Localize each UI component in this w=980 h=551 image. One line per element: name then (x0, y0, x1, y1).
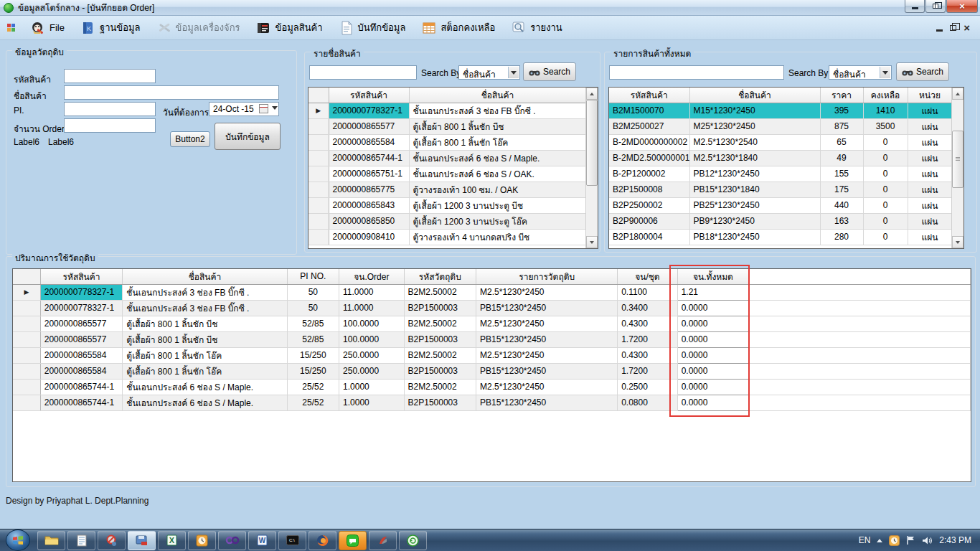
cell-mat_code[interactable]: B2P1500003 (404, 331, 476, 347)
cell-unit[interactable]: แผ่น (908, 103, 951, 118)
cell-stock[interactable]: 3500 (863, 118, 908, 134)
cell-pi[interactable]: 50 (287, 284, 339, 300)
cell-per_unit[interactable]: 0.0800 (618, 395, 677, 410)
cell-name[interactable]: ตู้เสื้อผ้า 800 1 ลิ้นชัก บีช (123, 331, 287, 347)
tray-clock-icon[interactable] (889, 535, 900, 546)
button2[interactable]: Button2 (170, 131, 210, 147)
row-selector[interactable] (13, 363, 40, 379)
row-selector[interactable] (308, 118, 329, 134)
cell-code[interactable]: 2000000865751-1 (329, 166, 409, 182)
current-row-arrow-icon[interactable]: ▶ (308, 103, 329, 118)
scrollbar[interactable] (585, 88, 598, 248)
cell-code[interactable]: 2000000865775 (329, 182, 409, 197)
restore-button[interactable] (925, 0, 946, 13)
table-row[interactable]: B2P2500002PB25*1230*24504400แผ่น (609, 197, 951, 213)
cell-name[interactable]: PB9*1230*2450 (689, 213, 820, 229)
table-row[interactable]: 2000000865577ตู้เสื้อผ้า 800 1 ลิ้นชัก บ… (308, 118, 585, 134)
table-row[interactable]: 2000000865775ตู้วางรองเท้า 100 ซม. / OAK (308, 182, 585, 197)
cell-price[interactable]: 49 (820, 150, 863, 166)
row-selector[interactable] (13, 300, 40, 316)
cell-code[interactable]: 2000000865744-1 (40, 395, 123, 410)
cell-unit[interactable]: แผ่น (908, 150, 951, 166)
cell-unit[interactable]: แผ่น (908, 229, 951, 245)
cell-code[interactable]: B2M1500070 (609, 103, 689, 118)
row-selector[interactable] (308, 197, 329, 213)
cell-total[interactable]: 0.0000 (677, 363, 749, 379)
cell-order[interactable]: 250.0000 (339, 363, 405, 379)
mdi-minimize-icon[interactable] (936, 29, 943, 32)
table-row[interactable]: 2000000908410ตู้วางรองเท้า 4 บานกดสปริง … (308, 229, 585, 245)
cell-pi[interactable]: 25/52 (287, 379, 339, 395)
cell-name[interactable]: ชั้นเอนกประสงค์ 6 ช่อง S / OAK. (409, 166, 585, 182)
row-selector[interactable] (308, 182, 329, 197)
cell-name[interactable]: ชั้นเอนกประสงค์ 3 ช่อง FB บิ๊กซี . (123, 284, 287, 300)
row-selector[interactable] (13, 347, 40, 363)
cell-mat_name[interactable]: M2.5*1230*2450 (476, 347, 618, 363)
cell-price[interactable]: 280 (820, 229, 863, 245)
cell-unit[interactable]: แผ่น (908, 118, 951, 134)
cell-total[interactable]: 1.21 (677, 284, 749, 300)
cell-pi[interactable]: 15/250 (287, 347, 339, 363)
column-header[interactable]: จน.ทั้งหมด (677, 269, 749, 284)
taskbar-button-setup-app[interactable] (128, 531, 156, 550)
cell-code[interactable]: 2000000865577 (40, 316, 123, 331)
table-row[interactable]: B-2MD0000000002M2.5*1230*2540650แผ่น (609, 134, 951, 150)
cell-name[interactable]: M25*1230*2450 (689, 118, 820, 134)
cell-name[interactable]: ชั้นเอนกประสงค์ 6 ช่อง S / Maple. (409, 150, 585, 166)
cell-code[interactable]: B2M2500027 (609, 118, 689, 134)
cell-name[interactable]: PB15*1230*1840 (689, 182, 820, 197)
toolbar-item-stock[interactable]: สต็อกคงเหลือ (418, 18, 498, 38)
table-row[interactable]: B-2MD2.500000001M2.5*1230*1840490แผ่น (609, 150, 951, 166)
cell-code[interactable]: 2000000865843 (329, 197, 409, 213)
taskbar-button-command-prompt[interactable]: C:\ (278, 531, 306, 550)
cell-order[interactable]: 1.0000 (339, 379, 405, 395)
cell-mat_name[interactable]: PB15*1230*2450 (476, 395, 618, 410)
taskbar-button-windows-explorer[interactable] (37, 531, 65, 550)
cell-per_unit[interactable]: 1.7200 (618, 363, 677, 379)
table-row[interactable]: 2000000865577ตู้เสื้อผ้า 800 1 ลิ้นชัก บ… (13, 316, 971, 331)
chevron-down-icon[interactable] (272, 106, 278, 110)
table-row[interactable]: ▶2000000778327-1ชั้นเอนกประสงค์ 3 ช่อง F… (308, 103, 585, 118)
column-header[interactable]: รหัสสินค้า (329, 88, 409, 103)
column-header[interactable]: รหัสวัตถุดิบ (404, 269, 476, 284)
cell-pi[interactable]: 15/250 (287, 363, 339, 379)
show-hidden-icons-icon[interactable] (877, 539, 882, 542)
cell-code[interactable]: 2000000865584 (329, 134, 409, 150)
table-row[interactable]: B2M2500027M25*1230*24508753500แผ่น (609, 118, 951, 134)
row-selector[interactable] (13, 379, 40, 395)
cell-unit[interactable]: แผ่น (908, 213, 951, 229)
cell-name[interactable]: ชั้นเอนกประสงค์ 3 ช่อง FB บิ๊กซี . (409, 103, 585, 118)
cell-code[interactable]: B2P1800004 (609, 229, 689, 245)
search-button[interactable]: Search (523, 62, 576, 81)
cell-unit[interactable]: แผ่น (908, 134, 951, 150)
table-row[interactable]: ▶2000000778327-1ชั้นเอนกประสงค์ 3 ช่อง F… (13, 284, 971, 300)
cell-total[interactable]: 0.0000 (677, 395, 749, 410)
cell-name[interactable]: ตู้เสื้อผ้า 800 1 ลิ้นชัก โอ๊ค (409, 134, 585, 150)
cell-mat_name[interactable]: M2.5*1230*2450 (476, 379, 618, 395)
table-row[interactable]: 2000000865843ตู้เสื้อผ้า 1200 3 บานประตู… (308, 197, 585, 213)
cell-name[interactable]: PB12*1230*2450 (689, 166, 820, 182)
row-selector[interactable] (308, 213, 329, 229)
row-selector[interactable] (308, 229, 329, 245)
pi-input[interactable] (64, 102, 156, 116)
cell-order[interactable]: 11.0000 (339, 300, 405, 316)
cell-name[interactable]: ชั้นเอนกประสงค์ 6 ช่อง S / Maple. (123, 395, 287, 410)
taskbar-button-blocked-app[interactable] (98, 531, 126, 550)
cell-per_unit[interactable]: 1.7200 (618, 331, 677, 347)
row-selector[interactable] (308, 134, 329, 150)
volume-icon[interactable] (922, 536, 933, 545)
row-selector[interactable] (13, 316, 40, 331)
cell-name[interactable]: ตู้เสื้อผ้า 800 1 ลิ้นชัก โอ๊ค (123, 347, 287, 363)
cell-stock[interactable]: 0 (863, 182, 908, 197)
cell-order[interactable]: 100.0000 (339, 316, 405, 331)
toolbar-item-file[interactable]: File (27, 18, 67, 38)
action-center-flag-icon[interactable] (906, 535, 915, 545)
row-selector[interactable] (308, 150, 329, 166)
cell-price[interactable]: 163 (820, 213, 863, 229)
cell-name[interactable]: ชั้นเอนกประสงค์ 6 ช่อง S / Maple. (123, 379, 287, 395)
cell-mat_code[interactable]: B2P1500003 (404, 300, 476, 316)
language-indicator[interactable]: EN (859, 535, 871, 545)
scroll-down-icon[interactable] (586, 236, 598, 248)
table-row[interactable]: 2000000865744-1ชั้นเอนกประสงค์ 6 ช่อง S … (308, 150, 585, 166)
cell-name[interactable]: PB18*1230*2450 (689, 229, 820, 245)
